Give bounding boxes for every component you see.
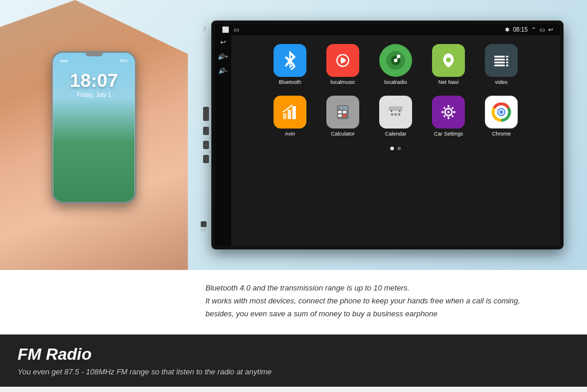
power-button[interactable]: [203, 107, 209, 121]
app-localradio[interactable]: localradio: [372, 41, 419, 88]
bluetooth-label: Bluetooth: [279, 79, 301, 85]
description-line2: It works with most devices, connect the …: [205, 295, 540, 307]
svg-rect-18: [288, 110, 291, 119]
svg-rect-41: [453, 111, 456, 113]
calculator-icon-img: 5- =: [326, 96, 359, 129]
rst-button[interactable]: [201, 221, 207, 227]
chrome-icon-img: [485, 96, 518, 129]
status-bar: ⬜ ▭ ✱ 08:15 ⌃ ▭ ↩: [215, 24, 560, 35]
app-row-2: Avin: [266, 93, 525, 140]
calendar-label: Calendar: [385, 131, 407, 137]
svg-text:=: =: [343, 107, 345, 110]
phone-notch: [85, 53, 103, 56]
svg-rect-34: [399, 110, 400, 112]
fm-section: FM Radio You even get 87.5 - 108MHz FM r…: [0, 334, 587, 387]
fm-radio-subtitle: You even get 87.5 - 108MHz FM range so t…: [18, 367, 569, 376]
localmusic-icon-img: [326, 44, 359, 77]
svg-point-37: [447, 111, 450, 113]
svg-rect-24: [338, 114, 342, 117]
status-right: ✱ 08:15 ⌃ ▭ ↩: [505, 26, 553, 33]
netnavi-icon-img: [432, 44, 465, 77]
top-section: ●●● 86% 18:07 Friday, July 1 MIC +: [0, 0, 587, 270]
carsettings-icon-img: [432, 96, 465, 129]
nav-voldown-icon[interactable]: 🔊-: [218, 68, 227, 74]
svg-rect-31: [394, 113, 397, 116]
avin-label: Avin: [285, 131, 295, 137]
chrome-label: Chrome: [492, 131, 511, 137]
app-netnavi[interactable]: Net Navi: [425, 41, 472, 88]
app-localmusic[interactable]: localmusic: [319, 41, 366, 88]
status-time: 08:15: [513, 26, 528, 33]
rst-label: RST: [201, 228, 207, 232]
svg-marker-2: [341, 57, 346, 64]
svg-rect-17: [283, 113, 286, 119]
phone-battery: 86%: [119, 59, 127, 63]
localmusic-label: localmusic: [330, 79, 355, 85]
svg-rect-32: [398, 113, 400, 116]
svg-rect-40: [441, 111, 444, 113]
nav-volup-icon[interactable]: 🔊+: [218, 54, 228, 60]
app-calculator[interactable]: 5- = Calculator: [319, 93, 366, 140]
description-section: Bluetooth 4.0 and the transmission range…: [0, 270, 587, 334]
home-icon: ⬜: [222, 26, 229, 33]
app-chrome[interactable]: Chrome: [478, 93, 525, 140]
svg-text:5-: 5-: [338, 107, 341, 110]
svg-point-49: [500, 110, 503, 114]
localradio-label: localradio: [384, 79, 407, 85]
phone-screen: ●●● 86% 18:07 Friday, July 1: [53, 53, 135, 202]
app-bluetooth[interactable]: Bluetooth: [266, 41, 313, 88]
fm-radio-title: FM Radio: [18, 345, 569, 364]
localradio-icon-img: [379, 44, 412, 77]
back-button-side[interactable]: [203, 127, 209, 135]
phone-status-bar: ●●● 86%: [58, 58, 130, 64]
bluetooth-icon-img: [274, 44, 306, 77]
svg-rect-30: [391, 113, 393, 116]
screen-content: ↩ 🔊+ 🔊-: [215, 35, 560, 246]
netnavi-label: Net Navi: [438, 79, 459, 85]
headunit-device: MIC + - RST ⬜: [211, 21, 564, 249]
phone-time: 18:07: [58, 70, 130, 92]
app-video[interactable]: video: [478, 41, 525, 88]
app-carsettings[interactable]: Car Settings: [425, 93, 472, 140]
back-nav-icon: ↩: [548, 26, 553, 33]
headunit-screen: ⬜ ▭ ✱ 08:15 ⌃ ▭ ↩ ↩: [215, 24, 560, 246]
svg-rect-10: [494, 59, 505, 60]
vol-down-button[interactable]: -: [203, 155, 209, 163]
headunit-area: MIC + - RST ⬜: [188, 0, 587, 270]
carsettings-label: Car Settings: [434, 131, 463, 137]
dot-2[interactable]: [397, 147, 401, 150]
nav-back-icon[interactable]: ↩: [220, 39, 226, 46]
svg-rect-25: [343, 114, 346, 117]
expand-icon: ⌃: [531, 26, 536, 33]
svg-rect-12: [494, 65, 505, 66]
dot-1[interactable]: [390, 147, 394, 150]
svg-rect-19: [292, 106, 296, 119]
mic-label: MIC: [203, 26, 207, 32]
avin-icon-img: [274, 96, 306, 129]
window-icon: ▭: [234, 26, 239, 33]
app-row-1: Bluetooth localmus: [266, 41, 525, 88]
phone-device: ●●● 86% 18:07 Friday, July 1: [52, 51, 137, 204]
svg-rect-39: [448, 117, 450, 119]
svg-rect-11: [494, 62, 505, 63]
svg-rect-16: [506, 65, 508, 66]
svg-rect-15: [506, 62, 508, 63]
description-line3: besides, you even save a sum of money to…: [205, 307, 540, 320]
svg-rect-33: [391, 110, 392, 112]
phone-date: Friday, July 1: [58, 92, 130, 98]
vol-up-button[interactable]: +: [203, 141, 209, 149]
svg-rect-13: [506, 56, 508, 58]
app-calendar[interactable]: Calendar: [372, 93, 419, 140]
svg-rect-9: [494, 56, 505, 58]
app-avin[interactable]: Avin: [266, 93, 313, 140]
calculator-label: Calculator: [331, 131, 355, 137]
phone-area: ●●● 86% 18:07 Friday, July 1: [0, 0, 188, 270]
app-grid: Bluetooth localmus: [231, 35, 560, 246]
svg-rect-38: [448, 105, 450, 107]
bluetooth-status-icon: ✱: [505, 26, 510, 33]
calendar-icon-img: [379, 96, 412, 129]
svg-point-8: [446, 58, 451, 62]
screen-icon: ▭: [539, 26, 545, 33]
svg-rect-14: [506, 59, 508, 60]
svg-rect-22: [338, 111, 342, 113]
